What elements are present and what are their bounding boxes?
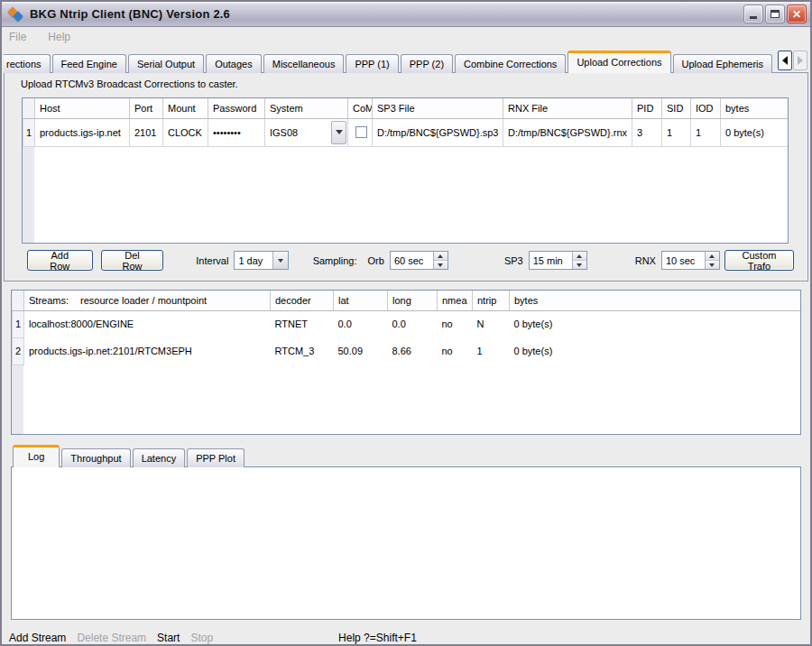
tab-combine-corrections[interactable]: Combine Corrections [455,54,566,73]
nmea-cell[interactable]: no [438,337,473,365]
delete-stream-button: Delete Stream [77,632,146,644]
arrow-up-icon [438,254,443,258]
long-cell[interactable]: 8.66 [388,337,438,365]
long-cell[interactable]: 0.0 [388,310,438,337]
spin-down-button[interactable] [434,260,448,269]
help-hint: Help ?=Shift+F1 [338,632,417,644]
app-icon [7,6,25,23]
left-arrow-icon [782,56,788,65]
bytes-cell: 0 byte(s) [510,337,802,365]
start-button[interactable]: Start [157,632,180,644]
stream-row[interactable]: 2 products.igs-ip.net:2101/RTCM3EPH RTCM… [13,337,802,365]
col-iod: IOD [691,98,721,118]
col-sid: SID [662,98,691,118]
tab-log[interactable]: Log [13,445,60,467]
arrow-down-icon [438,263,443,267]
spin-down-button[interactable] [573,260,586,269]
tab-ppp-2[interactable]: PPP (2) [401,54,453,73]
corner-cell [23,98,35,118]
tab-outages[interactable]: Outages [206,54,262,73]
menu-file[interactable]: File [9,31,26,43]
col-host: Host [35,98,130,118]
main-tabbar: rections Feed Engine Serial Output Outag… [2,47,810,73]
streams-table-header: Streams: resource loader / mountpoint de… [13,291,802,310]
tab-upload-ephemeris[interactable]: Upload Ephemeris [673,54,773,73]
tab-scroll-left-button[interactable] [778,51,792,70]
system-cell: IGS08 [265,118,348,146]
minimize-icon [750,16,757,19]
tab-serial-output[interactable]: Serial Output [128,54,204,73]
close-button[interactable]: ✕ [787,5,807,23]
menu-help[interactable]: Help [48,31,70,43]
menubar: File Help [2,27,810,47]
nmea-cell[interactable]: no [438,310,473,337]
com-cell [348,118,373,146]
log-output[interactable] [11,466,801,620]
minimize-button[interactable] [743,5,763,23]
spin-up-button[interactable] [706,252,719,260]
rnx-file-cell[interactable]: D:/tmp/BNC${GPSWD}.rnx [503,118,632,146]
col-nmea: nmea [438,291,473,310]
tab-ppp-plot[interactable]: PPP Plot [187,448,245,467]
decoder-cell[interactable]: RTNET [271,310,334,337]
del-row-button[interactable]: Del Row [101,250,164,271]
mountpoint-cell[interactable]: products.igs-ip.net:2101/RTCM3EPH [24,337,271,365]
pid-cell[interactable]: 3 [632,118,662,146]
col-rnx-file: RNX File [503,98,632,118]
com-checkbox[interactable] [355,126,367,138]
lat-cell[interactable]: 0.0 [334,310,388,337]
tab-throughput[interactable]: Throughput [61,448,130,467]
stream-row[interactable]: 1 localhost:8000/ENGINE RTNET 0.0 0.0 no… [13,310,802,337]
spin-down-button[interactable] [706,260,719,269]
password-cell[interactable]: •••••••• [208,118,265,146]
iod-cell[interactable]: 1 [691,118,721,146]
arrow-up-icon [709,254,715,258]
tab-ppp-1[interactable]: PPP (1) [346,54,398,73]
arrow-up-icon [577,254,582,258]
custom-trafo-button[interactable]: Custom Trafo [724,250,794,271]
sp3-file-cell[interactable]: D:/tmp/BNC${GPSWD}.sp3 [373,118,503,146]
col-mountpoint: Streams: resource loader / mountpoint [24,291,271,310]
col-lat: lat [334,291,388,310]
mountpoint-cell[interactable]: localhost:8000/ENGINE [24,310,271,337]
sp3-spinbox[interactable]: 15 min [529,251,587,270]
interval-dropdown-button[interactable] [272,252,288,269]
tab-feed-engine[interactable]: Feed Engine [52,54,126,73]
app-window: BKG Ntrip Client (BNC) Version 2.6 ✕ Fil… [0,0,812,646]
row-number: 1 [23,118,35,146]
right-arrow-icon [798,56,803,65]
chevron-down-icon [278,259,283,263]
streams-table: Streams: resource loader / mountpoint de… [11,290,801,435]
spin-up-button[interactable] [573,252,586,260]
tab-miscellaneous[interactable]: Miscellaneous [263,54,345,73]
tab-upload-corrections[interactable]: Upload Corrections [567,51,670,73]
col-sp3-file: SP3 File [373,98,503,118]
lat-cell[interactable]: 50.09 [334,337,388,365]
col-decoder: decoder [271,291,334,310]
add-row-button[interactable]: Add Row [27,250,93,271]
ntrip-cell[interactable]: 1 [473,337,510,365]
bytes-cell: 0 byte(s) [510,310,802,337]
orb-spinbox[interactable]: 60 sec [390,251,448,270]
system-dropdown-button[interactable] [331,121,346,144]
tab-latency[interactable]: Latency [133,448,186,467]
decoder-cell[interactable]: RTCM_3 [271,337,334,365]
sid-cell[interactable]: 1 [662,118,691,146]
spin-up-button[interactable] [434,252,448,260]
system-combobox[interactable]: IGS08 [270,119,347,146]
tab-corrections[interactable]: rections [4,54,51,73]
mount-cell[interactable]: CLOCK [163,118,208,146]
add-stream-button[interactable]: Add Stream [9,632,66,644]
upload-controls: Add Row Del Row Interval 1 day Sampling:… [22,250,794,271]
upload-table: Host Port Mount Password System CoM SP3 … [22,97,789,244]
ntrip-cell[interactable]: N [473,310,510,337]
col-system: System [265,98,348,118]
interval-label: Interval [196,255,228,266]
bottom-tabbar: Log Throughput Latency PPP Plot [2,441,810,467]
port-cell[interactable]: 2101 [130,118,163,146]
rnx-spinbox[interactable]: 10 sec [661,251,720,270]
maximize-icon [770,10,780,18]
host-cell[interactable]: products.igs-ip.net [35,118,130,146]
maximize-button[interactable] [765,5,785,23]
interval-combobox[interactable]: 1 day [234,251,288,270]
